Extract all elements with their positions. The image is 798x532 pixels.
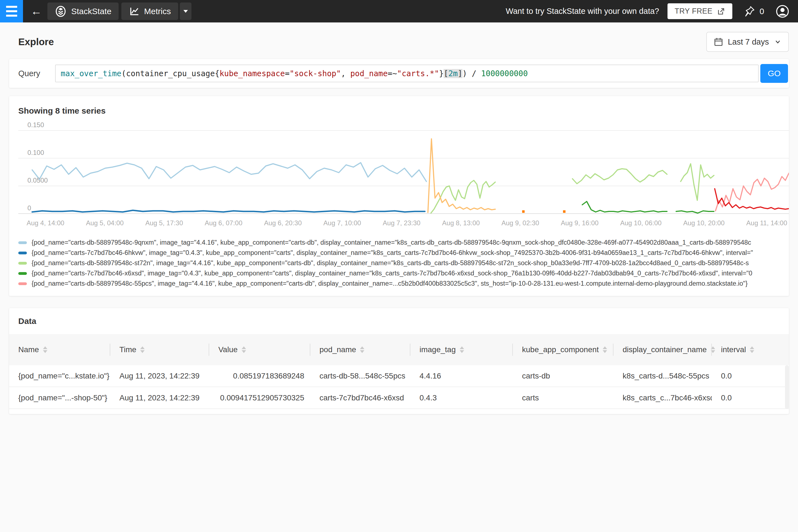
sort-icon[interactable] bbox=[460, 346, 464, 353]
x-axis-tick: Aug 7, 23:30 bbox=[383, 219, 420, 227]
time-series-chart[interactable]: 0.150 0.100 0.0500 0 bbox=[18, 122, 789, 216]
metrics-tab[interactable]: Metrics bbox=[121, 2, 178, 20]
chevron-down-icon bbox=[774, 38, 782, 46]
pin-icon bbox=[744, 5, 756, 18]
x-axis-tick: Aug 6, 07:00 bbox=[205, 219, 243, 227]
stackstate-label: StackState bbox=[71, 7, 111, 16]
column-header-kube-app-component[interactable]: kube_app_component bbox=[513, 334, 613, 365]
view-dropdown-button[interactable] bbox=[180, 2, 191, 20]
chart-panel: Showing 8 time series 0.150 0.100 0.0500… bbox=[9, 96, 789, 296]
sort-icon[interactable] bbox=[140, 346, 145, 353]
x-axis-tick: Aug 11, 14:00 bbox=[746, 219, 787, 227]
caret-down-icon bbox=[184, 10, 188, 13]
legend-item[interactable]: {pod_name="carts-7c7bd7bc46-6hkvw", imag… bbox=[18, 248, 780, 258]
x-axis-tick: Aug 4, 14:00 bbox=[26, 219, 64, 227]
stackstate-home-button[interactable]: StackState bbox=[48, 2, 119, 20]
back-arrow-icon: ← bbox=[31, 5, 42, 17]
hamburger-menu-button[interactable] bbox=[0, 0, 23, 22]
promql-query-input[interactable]: max_over_time(container_cpu_usage{kube_n… bbox=[55, 64, 759, 82]
time-range-label: Last 7 days bbox=[728, 37, 769, 46]
sort-icon[interactable] bbox=[603, 346, 607, 353]
table-row[interactable]: {pod_name="...-shop-50"} Aug 11, 2023, 1… bbox=[9, 387, 789, 409]
x-axis-tick: Aug 8, 13:00 bbox=[442, 219, 480, 227]
go-button[interactable]: GO bbox=[760, 64, 788, 83]
data-panel: Data Name Time Value pod_name image_tag … bbox=[9, 308, 789, 414]
column-header-name[interactable]: Name bbox=[9, 334, 110, 365]
chart-canvas bbox=[18, 122, 789, 216]
user-menu-button[interactable] bbox=[775, 4, 790, 19]
y-axis-tick: 0.0500 bbox=[27, 176, 48, 184]
legend-item[interactable]: {pod_name="carts-db-588979548c-st72n", i… bbox=[18, 258, 780, 268]
legend-label: {pod_name="carts-7c7bd7bc46-6hkvw", imag… bbox=[32, 249, 753, 256]
external-link-icon bbox=[717, 7, 725, 16]
legend-label: {pod_name="carts-db-588979548c-55pcs", i… bbox=[32, 280, 747, 287]
x-axis-tick: Aug 5, 17:30 bbox=[145, 219, 183, 227]
y-axis-tick: 0.100 bbox=[27, 149, 44, 156]
data-title: Data bbox=[18, 317, 789, 326]
query-panel: Query max_over_time(container_cpu_usage{… bbox=[9, 59, 789, 88]
time-range-selector[interactable]: Last 7 days bbox=[706, 32, 789, 52]
legend-item[interactable]: {pod_name="carts-db-588979548c-9qnxm", i… bbox=[18, 238, 780, 248]
x-axis-tick: Aug 10, 06:00 bbox=[620, 219, 661, 227]
column-header-pod-name[interactable]: pod_name bbox=[310, 334, 410, 365]
query-label: Query bbox=[18, 69, 55, 78]
table-scrollbar[interactable] bbox=[785, 365, 789, 409]
table-row[interactable]: {pod_name="c...kstate.io"} Aug 11, 2023,… bbox=[9, 365, 789, 387]
legend-swatch bbox=[18, 262, 27, 265]
avatar-icon bbox=[775, 4, 790, 19]
x-axis-tick: Aug 7, 10:00 bbox=[323, 219, 361, 227]
chart-legend: {pod_name="carts-db-588979548c-9qnxm", i… bbox=[18, 238, 780, 289]
sort-icon[interactable] bbox=[360, 346, 364, 353]
column-header-value[interactable]: Value bbox=[209, 334, 310, 365]
column-header-image-tag[interactable]: image_tag bbox=[410, 334, 513, 365]
column-header-interval[interactable]: interval bbox=[712, 334, 789, 365]
sort-icon[interactable] bbox=[750, 346, 754, 353]
metrics-label: Metrics bbox=[144, 7, 171, 16]
hamburger-icon bbox=[6, 6, 17, 8]
legend-label: {pod_name="carts-db-588979548c-st72n", i… bbox=[32, 259, 749, 267]
legend-item[interactable]: {pod_name="carts-db-588979548c-55pcs", i… bbox=[18, 279, 780, 289]
legend-label: {pod_name="carts-7c7bd7bc46-x6xsd", imag… bbox=[32, 270, 752, 277]
x-axis-tick: Aug 6, 20:30 bbox=[264, 219, 302, 227]
y-axis-tick: 0 bbox=[27, 204, 31, 212]
sort-icon[interactable] bbox=[43, 346, 48, 353]
legend-swatch bbox=[18, 272, 27, 275]
column-header-time[interactable]: Time bbox=[110, 334, 209, 365]
top-navbar: ← StackState Metrics Want to try StackSt… bbox=[0, 0, 798, 22]
page-title: Explore bbox=[18, 36, 54, 48]
legend-item[interactable]: {pod_name="carts-7c7bd7bc46-x6xsd", imag… bbox=[18, 268, 780, 279]
results-table: Name Time Value pod_name image_tag kube_… bbox=[9, 334, 789, 409]
table-header-row: Name Time Value pod_name image_tag kube_… bbox=[9, 334, 789, 365]
y-axis-tick: 0.150 bbox=[27, 121, 44, 129]
legend-swatch bbox=[18, 241, 27, 244]
promo-text: Want to try StackState with your own dat… bbox=[506, 7, 659, 16]
try-free-button[interactable]: TRY FREE bbox=[667, 3, 733, 19]
column-header-display-container-name[interactable]: display_container_name bbox=[613, 334, 712, 365]
x-axis-tick: Aug 10, 20:00 bbox=[683, 219, 725, 227]
x-axis: Aug 4, 14:00 Aug 5, 04:00 Aug 5, 17:30 A… bbox=[18, 219, 789, 227]
pin-count-badge: 0 bbox=[759, 7, 764, 16]
back-button[interactable]: ← bbox=[28, 3, 44, 20]
sort-icon[interactable] bbox=[242, 346, 246, 353]
stackstate-logo-icon bbox=[55, 5, 67, 17]
x-axis-tick: Aug 9, 16:00 bbox=[561, 219, 598, 227]
calendar-icon bbox=[714, 37, 723, 47]
line-chart-icon bbox=[129, 6, 140, 17]
x-axis-tick: Aug 9, 02:30 bbox=[501, 219, 539, 227]
chart-title: Showing 8 time series bbox=[18, 106, 789, 116]
legend-label: {pod_name="carts-db-588979548c-9qnxm", i… bbox=[32, 239, 751, 246]
legend-swatch bbox=[18, 252, 27, 254]
legend-swatch bbox=[18, 282, 27, 285]
x-axis-tick: Aug 5, 04:00 bbox=[86, 219, 124, 227]
pinned-items-button[interactable]: 0 bbox=[744, 5, 764, 18]
